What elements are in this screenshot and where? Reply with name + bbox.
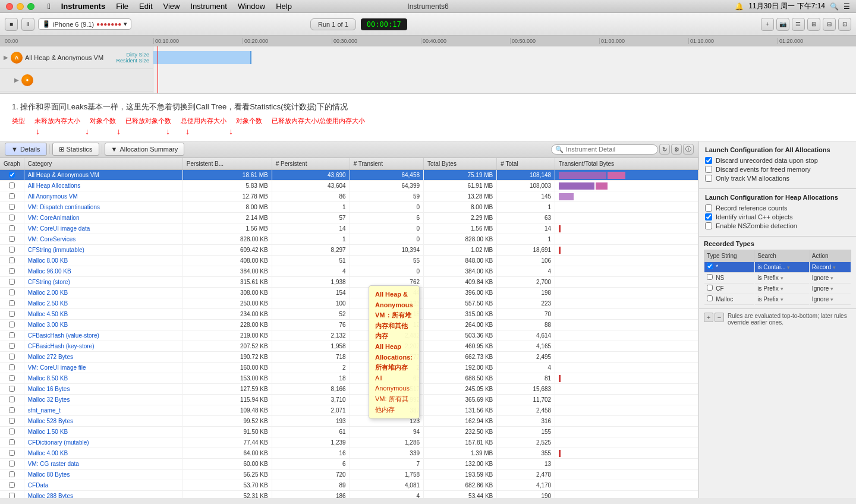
col-total-n[interactable]: # Total: [497, 158, 555, 170]
settings-icon[interactable]: ⚙: [671, 144, 682, 155]
split-view-button[interactable]: ⊟: [823, 18, 836, 31]
grid-view-button[interactable]: ⊞: [807, 18, 820, 31]
table-row[interactable]: VM: CG raster data 60.00 KB 6 7 132.00 K…: [0, 459, 698, 470]
search-dropdown-icon[interactable]: ▾: [781, 297, 783, 303]
table-row[interactable]: CFString (immutable) 609.42 KB 8,297 10,…: [0, 245, 698, 256]
col-persistent-b[interactable]: Persistent B...: [182, 158, 272, 170]
table-row[interactable]: CFBasicHash (key-store) 207.52 KB 1,958 …: [0, 341, 698, 352]
col-transient[interactable]: # Transient: [350, 158, 423, 170]
col-total-bytes[interactable]: Total Bytes: [424, 158, 497, 170]
row-checkbox[interactable]: [9, 429, 15, 434]
row-checkbox[interactable]: [9, 289, 15, 295]
action-dropdown-icon[interactable]: ▾: [830, 275, 833, 281]
row-checkbox[interactable]: [9, 407, 15, 413]
action-dropdown-icon[interactable]: ▾: [833, 264, 836, 270]
row-checkbox[interactable]: [9, 375, 15, 381]
tab-statistics[interactable]: ⊞ Statistics: [52, 143, 99, 156]
table-row[interactable]: Malloc 288 Bytes 52.31 KB 186 4 53.44 KB…: [0, 491, 698, 498]
instrument-menu[interactable]: Instrument: [185, 1, 231, 12]
pause-button[interactable]: ⏸: [21, 18, 34, 31]
only-track-vm-checkbox[interactable]: [705, 175, 712, 182]
table-row[interactable]: CFBasicHash (value-store) 219.00 KB 2,13…: [0, 330, 698, 341]
table-row[interactable]: sfnt_name_t 109.48 KB 2,071 387 131.56 K…: [0, 405, 698, 416]
table-row[interactable]: Malloc 2.50 KB 250.00 KB 100 123 557.50 …: [0, 298, 698, 309]
col-persistent-n[interactable]: # Persistent: [272, 158, 350, 170]
action-dropdown-icon[interactable]: ▾: [830, 286, 833, 292]
table-row[interactable]: Malloc 96.00 KB 384.00 KB 4 0 384.00 KB …: [0, 266, 698, 277]
table-row[interactable]: VM: CoreAnimation 2.14 MB 57 6 2.29 MB 6…: [0, 213, 698, 223]
row-checkbox[interactable]: [9, 247, 15, 253]
row-checkbox[interactable]: [9, 332, 15, 338]
search-icon[interactable]: 🔍: [830, 2, 839, 11]
row-checkbox[interactable]: [9, 439, 15, 445]
table-row[interactable]: Malloc 3.00 KB 228.00 KB 76 12 264.00 KB…: [0, 320, 698, 330]
view-menu[interactable]: View: [159, 1, 185, 12]
row-checkbox[interactable]: [9, 257, 15, 263]
remove-rule-button[interactable]: −: [715, 313, 724, 322]
table-row[interactable]: All Heap & Anonymous VM 18.61 MB 43,690 …: [0, 170, 698, 181]
row-checkbox[interactable]: [9, 193, 15, 199]
close-button[interactable]: [6, 3, 13, 10]
window-menu[interactable]: Window: [233, 1, 270, 12]
table-row[interactable]: Malloc 32 Bytes 115.94 KB 3,710 7,992 36…: [0, 395, 698, 405]
row-checkbox[interactable]: [9, 311, 15, 317]
table-row[interactable]: Malloc 2.00 KB 308.00 KB 154 44 396.00 K…: [0, 288, 698, 298]
add-rule-button[interactable]: +: [704, 313, 713, 322]
row-checkbox[interactable]: [9, 450, 15, 456]
discard-events-checkbox[interactable]: [705, 166, 712, 173]
row-checkbox[interactable]: [9, 268, 15, 274]
list-view-button[interactable]: ☰: [792, 18, 805, 31]
track-expand-icon[interactable]: ▶: [4, 54, 8, 61]
table-row[interactable]: Malloc 528 Bytes 99.52 KB 193 123 162.94…: [0, 416, 698, 427]
table-row[interactable]: CFString (store) 315.61 KB 1,938 762 409…: [0, 277, 698, 288]
minimize-button[interactable]: [17, 3, 24, 10]
instruments-menu[interactable]: Instruments: [56, 1, 110, 12]
track-expand-sub-icon[interactable]: ▶: [14, 77, 19, 83]
rt-checkbox[interactable]: [707, 295, 713, 301]
instrument-detail-search[interactable]: [566, 146, 637, 153]
col-transient-total[interactable]: Transient/Total Bytes: [555, 158, 698, 170]
table-row[interactable]: CFData 53.70 KB 89 4,081 682.86 KB 4,170: [0, 480, 698, 491]
row-checkbox[interactable]: [9, 396, 15, 402]
row-checkbox[interactable]: [9, 300, 15, 306]
discard-unrecorded-checkbox[interactable]: [705, 157, 712, 164]
rt-row[interactable]: Malloc is Prefix ▾ Ignore ▾: [704, 294, 851, 304]
action-dropdown-icon[interactable]: ▾: [830, 297, 833, 303]
refresh-icon[interactable]: ↻: [659, 144, 670, 155]
enable-nszombie-checkbox[interactable]: [705, 222, 712, 229]
table-row[interactable]: All Heap Allocations 5.83 MB 43,604 64,3…: [0, 181, 698, 191]
edit-menu[interactable]: Edit: [134, 1, 157, 12]
table-row[interactable]: Malloc 4.00 KB 64.00 KB 16 339 1.39 MB 3…: [0, 448, 698, 459]
rt-row[interactable]: * is Contai... ▾ Record ▾: [704, 262, 851, 272]
col-category[interactable]: Category: [24, 158, 182, 170]
table-row[interactable]: VM: Dispatch continuations 8.00 MB 1 0 8…: [0, 202, 698, 213]
table-row[interactable]: Malloc 8.50 KB 153.00 KB 18 63 688.50 KB…: [0, 373, 698, 384]
row-checkbox[interactable]: [9, 343, 15, 349]
file-menu[interactable]: File: [111, 1, 133, 12]
info-icon[interactable]: ⓘ: [683, 144, 694, 155]
apple-menu[interactable]: : [43, 1, 55, 12]
table-row[interactable]: VM: CoreUI image file 160.00 KB 2 2 192.…: [0, 363, 698, 373]
table-row[interactable]: Malloc 8.00 KB 408.00 KB 51 55 848.00 KB…: [0, 256, 698, 266]
rt-checkbox[interactable]: [707, 285, 713, 291]
table-row[interactable]: VM: CoreServices 828.00 KB 1 0 828.00 KB…: [0, 234, 698, 245]
rt-row[interactable]: CF is Prefix ▾ Ignore ▾: [704, 283, 851, 294]
table-row[interactable]: Malloc 4.50 KB 234.00 KB 52 18 315.00 KB…: [0, 309, 698, 320]
help-menu[interactable]: Help: [271, 1, 297, 12]
row-checkbox[interactable]: [9, 279, 15, 285]
stop-button[interactable]: ■: [5, 18, 18, 31]
rt-row[interactable]: NS is Prefix ▾ Ignore ▾: [704, 272, 851, 283]
row-checkbox[interactable]: [9, 493, 15, 498]
table-row[interactable]: Malloc 1.50 KB 91.50 KB 61 94 232.50 KB …: [0, 427, 698, 437]
search-dropdown-icon[interactable]: ▾: [781, 286, 783, 292]
table-row[interactable]: Malloc 16 Bytes 127.59 KB 8,166 7,517 24…: [0, 384, 698, 395]
identify-virtual-checkbox[interactable]: [705, 213, 712, 220]
maximize-button[interactable]: [27, 3, 34, 10]
row-checkbox[interactable]: [9, 322, 15, 327]
search-dropdown-icon[interactable]: ▾: [781, 275, 783, 281]
record-reference-checkbox[interactable]: [705, 204, 712, 212]
rt-checkbox[interactable]: [707, 263, 713, 269]
table-row[interactable]: Malloc 80 Bytes 56.25 KB 720 1,758 193.5…: [0, 470, 698, 480]
search-dropdown-icon[interactable]: ▾: [787, 264, 790, 270]
row-checkbox[interactable]: [9, 172, 15, 178]
